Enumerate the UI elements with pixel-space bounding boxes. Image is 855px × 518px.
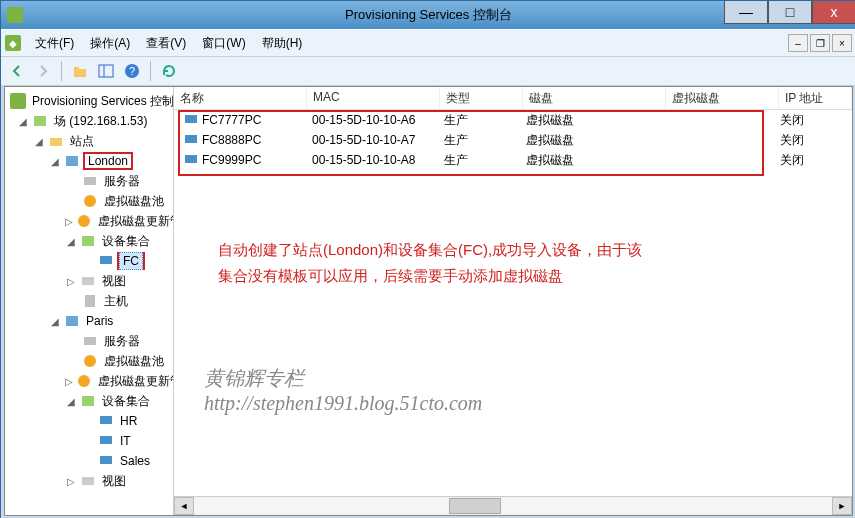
views-icon xyxy=(80,273,96,289)
column-type[interactable]: 类型 xyxy=(440,87,523,109)
window-minimize-button[interactable]: — xyxy=(724,1,768,24)
tree-paris-label: Paris xyxy=(83,313,116,329)
column-name[interactable]: 名称 xyxy=(174,87,307,109)
menu-action[interactable]: 操作(A) xyxy=(82,32,138,54)
menubar: ◆ 文件(F) 操作(A) 查看(V) 窗口(W) 帮助(H) – ❐ × xyxy=(1,29,855,57)
list-header: 名称 MAC 类型 磁盘 虚拟磁盘 IP 地址 xyxy=(174,87,852,110)
collection-icon xyxy=(80,393,96,409)
tree-paris-vdisk-pool[interactable]: 虚拟磁盘池 xyxy=(5,351,173,371)
svg-point-20 xyxy=(84,355,96,367)
tree-site-paris[interactable]: ◢ Paris xyxy=(5,311,173,331)
device-icon xyxy=(183,152,199,168)
tree-sites-label: 站点 xyxy=(67,132,97,151)
tree-root[interactable]: Provisioning Services 控制台 xyxy=(5,91,173,111)
mdi-restore-button[interactable]: ❐ xyxy=(810,34,830,52)
column-disk[interactable]: 磁盘 xyxy=(523,87,666,109)
svg-rect-18 xyxy=(66,316,78,326)
window-title: Provisioning Services 控制台 xyxy=(345,6,512,24)
tree-sites[interactable]: ◢ 站点 xyxy=(5,131,173,151)
svg-point-12 xyxy=(84,195,96,207)
watermark-text: 黄锦辉专栏 http://stephen1991.blog.51cto.com xyxy=(204,365,482,415)
tree-paris-servers[interactable]: 服务器 xyxy=(5,331,173,351)
expander-icon[interactable]: ▷ xyxy=(65,476,77,487)
pc-icon xyxy=(98,433,114,449)
tree-london-vdisk-pool[interactable]: 虚拟磁盘池 xyxy=(5,191,173,211)
tree-farm[interactable]: ◢ 场 (192.168.1.53) xyxy=(5,111,173,131)
tree-panel[interactable]: Provisioning Services 控制台 ◢ 场 (192.168.1… xyxy=(5,87,174,515)
scroll-track[interactable] xyxy=(194,498,832,514)
svg-rect-0 xyxy=(7,7,23,23)
titlebar[interactable]: Provisioning Services 控制台 — □ x xyxy=(1,1,855,29)
toolbar-show-hide-tree-button[interactable] xyxy=(94,59,118,83)
svg-rect-16 xyxy=(82,277,94,285)
window-maximize-button[interactable]: □ xyxy=(768,1,812,24)
tree-london-vdisk-update[interactable]: ▷虚拟磁盘更新管理 xyxy=(5,211,173,231)
svg-rect-26 xyxy=(82,477,94,485)
expander-icon[interactable]: ▷ xyxy=(65,216,73,227)
svg-rect-17 xyxy=(85,295,95,307)
window-close-button[interactable]: x xyxy=(812,1,855,24)
toolbar-forward-button[interactable] xyxy=(31,59,55,83)
column-ip[interactable]: IP 地址 xyxy=(779,87,852,109)
tree-paris-views[interactable]: ▷视图 xyxy=(5,471,173,491)
mdi-minimize-button[interactable]: – xyxy=(788,34,808,52)
views-icon xyxy=(80,473,96,489)
tree-collection-it[interactable]: IT xyxy=(5,431,173,451)
expander-icon[interactable]: ▷ xyxy=(65,376,73,387)
list-row[interactable]: FC7777PC 00-15-5D-10-10-A6 生产 虚拟磁盘 关闭 xyxy=(174,110,852,130)
tree-london-device-collections[interactable]: ◢设备集合 xyxy=(5,231,173,251)
console-icon xyxy=(10,93,26,109)
scroll-left-button[interactable]: ◄ xyxy=(174,497,194,515)
list-row[interactable]: FC9999PC 00-15-5D-10-10-A8 生产 虚拟磁盘 关闭 xyxy=(174,150,852,170)
pc-icon xyxy=(98,453,114,469)
tree-paris-device-collections[interactable]: ◢设备集合 xyxy=(5,391,173,411)
expander-icon[interactable]: ◢ xyxy=(65,396,77,407)
toolbar-back-button[interactable] xyxy=(5,59,29,83)
menu-window[interactable]: 窗口(W) xyxy=(194,32,253,54)
list-row[interactable]: FC8888PC 00-15-5D-10-10-A7 生产 虚拟磁盘 关闭 xyxy=(174,130,852,150)
tree-farm-label: 场 (192.168.1.53) xyxy=(51,112,150,131)
toolbar-refresh-button[interactable] xyxy=(157,59,181,83)
sites-icon xyxy=(48,133,64,149)
tree-collection-fc[interactable]: FC xyxy=(5,251,173,271)
tree-london-views[interactable]: ▷视图 xyxy=(5,271,173,291)
horizontal-scrollbar[interactable]: ◄ ► xyxy=(174,496,852,515)
expander-icon[interactable]: ◢ xyxy=(65,236,77,247)
tree-site-london[interactable]: ◢ London xyxy=(5,151,173,171)
expander-icon[interactable]: ◢ xyxy=(33,136,45,147)
expander-icon[interactable]: ◢ xyxy=(49,156,61,167)
svg-rect-14 xyxy=(82,236,94,246)
menu-help[interactable]: 帮助(H) xyxy=(254,32,311,54)
svg-rect-8 xyxy=(34,116,46,126)
svg-rect-29 xyxy=(185,155,197,163)
tree-london-hosts[interactable]: 主机 xyxy=(5,291,173,311)
app-window: Provisioning Services 控制台 — □ x ◆ 文件(F) … xyxy=(0,0,855,518)
annotation-text: 自动创建了站点(London)和设备集合(FC),成功导入设备，由于该 集合没有… xyxy=(218,237,642,288)
column-vdisk[interactable]: 虚拟磁盘 xyxy=(666,87,779,109)
pc-icon xyxy=(98,253,114,269)
tree-fc-label: FC xyxy=(119,252,143,270)
toolbar: ? xyxy=(1,57,855,86)
menu-view[interactable]: 查看(V) xyxy=(138,32,194,54)
svg-rect-10 xyxy=(66,156,78,166)
toolbar-up-button[interactable] xyxy=(68,59,92,83)
scroll-right-button[interactable]: ► xyxy=(832,497,852,515)
menu-file[interactable]: 文件(F) xyxy=(27,32,82,54)
expander-icon[interactable]: ◢ xyxy=(17,116,29,127)
expander-icon[interactable]: ◢ xyxy=(49,316,61,327)
expander-icon[interactable]: ▷ xyxy=(65,276,77,287)
column-mac[interactable]: MAC xyxy=(307,87,440,109)
tree-root-label: Provisioning Services 控制台 xyxy=(29,92,174,111)
tree-collection-hr[interactable]: HR xyxy=(5,411,173,431)
svg-text:?: ? xyxy=(129,65,135,77)
toolbar-help-button[interactable]: ? xyxy=(120,59,144,83)
scroll-thumb[interactable] xyxy=(449,498,501,514)
mdi-close-button[interactable]: × xyxy=(832,34,852,52)
site-icon xyxy=(64,313,80,329)
device-icon xyxy=(183,112,199,128)
svg-rect-24 xyxy=(100,436,112,444)
tree-paris-vdisk-update[interactable]: ▷虚拟磁盘更新管理 xyxy=(5,371,173,391)
tree-collection-sales[interactable]: Sales xyxy=(5,451,173,471)
tree-london-servers[interactable]: 服务器 xyxy=(5,171,173,191)
svg-rect-11 xyxy=(84,177,96,185)
